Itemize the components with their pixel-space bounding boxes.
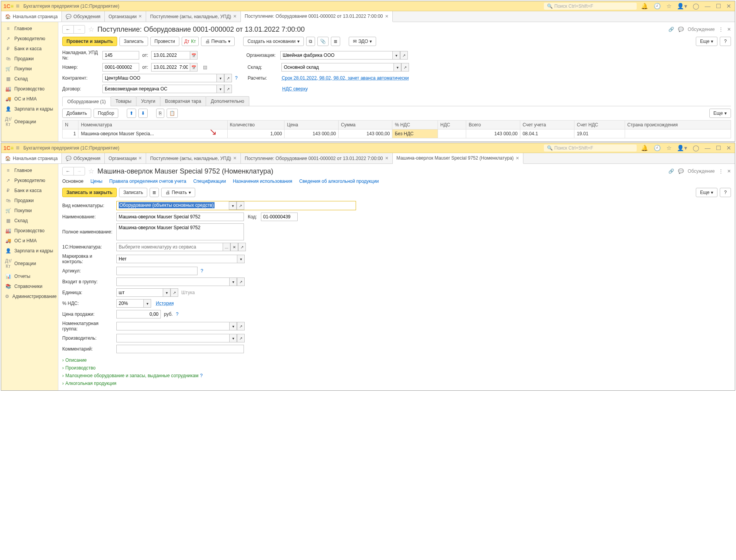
star-icon[interactable]: ☆	[665, 3, 673, 10]
tab-receipt-doc[interactable]: Поступление: Оборудование 0001-000002 от…	[241, 153, 392, 163]
side-payroll[interactable]: 👤Зарплата и кадры	[1, 246, 58, 256]
dropdown-icon[interactable]: ▾	[237, 255, 245, 263]
history-icon[interactable]: 🕘	[653, 145, 662, 151]
col-n[interactable]: N	[63, 121, 78, 129]
collapse-alcohol[interactable]: ›Алкогольная продукция	[62, 380, 731, 387]
discuss-icon[interactable]: 💬	[678, 27, 684, 32]
bell-icon[interactable]: 🔔	[640, 3, 649, 10]
help-button[interactable]: ?	[720, 188, 731, 197]
dropdown-icon[interactable]: ▾	[216, 85, 224, 93]
history-icon[interactable]: 🕘	[653, 3, 662, 10]
side-reports[interactable]: 📊Отчеты	[1, 271, 58, 281]
side-main[interactable]: ≡Главное	[1, 165, 58, 175]
col-acc[interactable]: Счет учета	[520, 121, 574, 129]
tab-receipt-list[interactable]: Поступление (акты, накладные, УПД)✕	[146, 153, 241, 163]
fullname-input[interactable]	[116, 223, 244, 240]
link-icon[interactable]: 🔗	[668, 169, 674, 174]
tab-organizations[interactable]: Организации✕	[105, 11, 147, 22]
dropdown-icon[interactable]: ▾	[229, 334, 237, 342]
bell-icon[interactable]: 🔔	[640, 145, 649, 151]
side-warehouse[interactable]: ▦Склад	[1, 216, 58, 226]
link-acct-rules[interactable]: Правила определения счетов учета	[109, 179, 186, 184]
vat-link[interactable]: НДС сверху	[282, 86, 308, 92]
side-bank[interactable]: ₽Банк и касса	[1, 44, 58, 54]
tab-receipt-doc[interactable]: Поступление: Оборудование 0001-000002 от…	[241, 11, 392, 22]
number-date-input[interactable]	[151, 63, 190, 71]
col-vat[interactable]: НДС	[438, 121, 466, 129]
side-admin[interactable]: ⚙Администрирование	[1, 291, 58, 301]
side-sales[interactable]: 🛍Продажи	[1, 196, 58, 206]
favorite-star-icon[interactable]: ☆	[88, 25, 94, 34]
maximize-icon[interactable]: ☐	[715, 145, 722, 151]
subtab-returnable[interactable]: Возвратная тара	[160, 96, 206, 106]
side-sales[interactable]: 🛍Продажи	[1, 54, 58, 64]
print-button[interactable]: 🖨 Печать ▾	[201, 37, 235, 46]
help-button[interactable]: ?	[720, 37, 731, 46]
dropdown-icon[interactable]: ▾	[229, 322, 237, 330]
col-price[interactable]: Цена	[285, 121, 339, 129]
close-icon[interactable]: ✕	[725, 145, 733, 151]
col-sum[interactable]: Сумма	[338, 121, 392, 129]
list-button[interactable]: ≣	[150, 188, 159, 197]
side-manager[interactable]: ↗Руководителю	[1, 175, 58, 186]
invoice-no-input[interactable]	[102, 51, 139, 60]
pick-button[interactable]: Подбор	[94, 109, 118, 118]
open-icon[interactable]: ↗	[237, 334, 245, 342]
add-button[interactable]: Добавить	[62, 109, 91, 118]
move-up-button[interactable]: ⬆	[127, 109, 136, 118]
price-input[interactable]	[116, 310, 161, 318]
dropdown-icon[interactable]: ▾	[392, 51, 400, 60]
org-input[interactable]	[280, 51, 392, 60]
open-icon[interactable]: ↗	[224, 85, 232, 93]
close-doc-icon[interactable]: ✕	[727, 27, 731, 32]
history-link[interactable]: История	[156, 301, 174, 306]
close-doc-icon[interactable]: ✕	[727, 169, 731, 174]
dropdown-icon[interactable]: ▾	[143, 299, 151, 308]
1cn-input[interactable]	[116, 243, 223, 251]
tab-receipt-list[interactable]: Поступление (акты, накладные, УПД)✕	[146, 11, 241, 22]
manuf-input[interactable]	[116, 334, 229, 342]
help-icon[interactable]: ?	[176, 311, 179, 317]
open-icon[interactable]: ↗	[237, 277, 245, 286]
col-vatpct[interactable]: % НДС	[392, 121, 438, 129]
search-box[interactable]: 🔍 Поиск Ctrl+Shift+F	[544, 3, 637, 10]
discuss-label[interactable]: Обсуждение	[688, 169, 715, 174]
post-close-button[interactable]: Провести и закрыть	[62, 37, 117, 46]
tab-discussions[interactable]: 💬Обсуждения	[62, 11, 105, 22]
side-production[interactable]: 🏭Производство	[1, 226, 58, 236]
side-purchases[interactable]: 🛒Покупки	[1, 64, 58, 74]
table-row[interactable]: 1 Машина-оверлок Mauser Specia... 1,000 …	[63, 129, 731, 138]
side-assets[interactable]: 🚚ОС и НМА	[1, 94, 58, 104]
group-input[interactable]	[116, 277, 229, 286]
col-total[interactable]: Всего	[466, 121, 520, 129]
forward-button[interactable]: →	[74, 167, 85, 175]
attach-button[interactable]: 📎	[317, 37, 329, 46]
table-more-button[interactable]: Еще ▾	[709, 109, 731, 118]
gear-icon[interactable]: ◯	[692, 3, 700, 10]
subtab-goods[interactable]: Товары	[111, 96, 136, 106]
contract-input[interactable]	[102, 85, 216, 93]
edo-button[interactable]: ✉ ЭДО ▾	[349, 37, 377, 46]
post-button[interactable]: Провести	[150, 37, 179, 46]
collapse-description[interactable]: ›Описание	[62, 356, 731, 364]
col-nomen[interactable]: Номенклатура	[78, 121, 227, 129]
code-input[interactable]	[261, 213, 298, 221]
pick-icon[interactable]: …	[223, 243, 230, 251]
tab-home[interactable]: 🏠Начальная страница	[1, 153, 62, 163]
favorite-star-icon[interactable]: ☆	[88, 167, 94, 175]
side-manager[interactable]: ↗Руководителю	[1, 34, 58, 44]
subtab-services[interactable]: Услуги	[136, 96, 160, 106]
side-bank[interactable]: ₽Банк и касса	[1, 186, 58, 196]
tab-home[interactable]: 🏠Начальная страница	[1, 11, 62, 22]
collapse-low-value[interactable]: ›Малоценное оборудование и запасы, выдан…	[62, 372, 731, 380]
menu-icon[interactable]: ≡	[16, 3, 19, 10]
mark-input[interactable]	[116, 255, 237, 263]
side-production[interactable]: 🏭Производство	[1, 84, 58, 94]
dropdown-icon[interactable]: ▾	[163, 288, 170, 297]
col-country[interactable]: Страна происхождения	[625, 121, 731, 129]
kebab-icon[interactable]: ⋮	[719, 27, 723, 32]
number-input[interactable]	[102, 63, 139, 71]
user-icon[interactable]: 👤▾	[676, 145, 688, 151]
maximize-icon[interactable]: ☐	[715, 3, 722, 10]
clear-icon[interactable]: ✕	[230, 243, 238, 251]
